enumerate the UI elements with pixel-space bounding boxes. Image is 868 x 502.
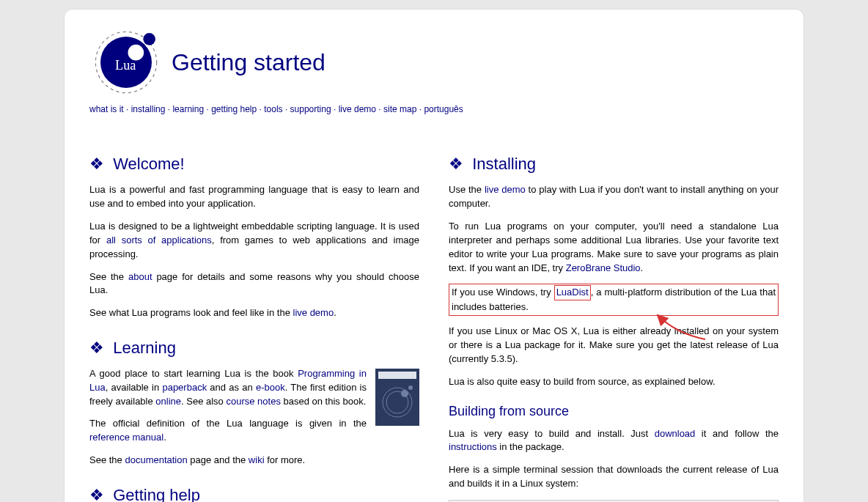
right-column: Installing Use the live demo to play wit… xyxy=(449,136,779,502)
learning-p3: See the documentation page and the wiki … xyxy=(89,454,419,468)
page-title: Getting started xyxy=(172,45,326,79)
left-column: Welcome! Lua is a powerful and fast prog… xyxy=(89,136,419,502)
svg-point-9 xyxy=(401,390,408,397)
wiki-link[interactable]: wiki xyxy=(249,454,265,465)
ebook-link[interactable]: e-book xyxy=(256,382,285,393)
installing-heading: Installing xyxy=(449,152,779,176)
zerobrane-link[interactable]: ZeroBrane Studio xyxy=(566,262,641,273)
luadist-callout: If you use Windows, try LuaDist, a multi… xyxy=(449,284,779,316)
book-cover-icon[interactable] xyxy=(375,369,419,426)
course-notes-link[interactable]: course notes xyxy=(226,396,280,407)
installing-p4: If you use Linux or Mac OS X, Lua is eit… xyxy=(449,325,779,366)
help-heading: Getting help xyxy=(89,484,419,502)
live-demo-link[interactable]: live demo xyxy=(293,307,334,318)
installing-p5: Lua is also quite easy to build from sou… xyxy=(449,375,779,389)
svg-rect-6 xyxy=(378,372,416,379)
nav-learning[interactable]: learning xyxy=(172,104,204,114)
welcome-p3: See the about page for details and some … xyxy=(89,270,419,298)
online-link[interactable]: online xyxy=(155,396,181,407)
nav-installing[interactable]: installing xyxy=(131,104,166,114)
live-demo-link-2[interactable]: live demo xyxy=(485,184,526,195)
learning-p1: A good place to start learning Lua is th… xyxy=(89,367,419,409)
paperback-link[interactable]: paperback xyxy=(162,382,207,393)
svg-text:Lua: Lua xyxy=(115,58,136,73)
nav-supporting[interactable]: supporting xyxy=(290,104,331,114)
instructions-link[interactable]: instructions xyxy=(449,441,497,452)
nav-live-demo[interactable]: live demo xyxy=(339,104,376,114)
nav-site-map[interactable]: site map xyxy=(383,104,416,114)
svg-point-3 xyxy=(143,33,155,45)
welcome-p4: See what Lua programs look and feel like… xyxy=(89,306,419,320)
all-apps-link[interactable]: all sorts of applications xyxy=(106,235,212,246)
learning-heading: Learning xyxy=(89,336,419,360)
nav-getting-help[interactable]: getting help xyxy=(211,104,257,114)
installing-p2: To run Lua programs on your computer, yo… xyxy=(449,220,779,275)
page-header: Lua Getting started xyxy=(89,26,779,99)
nav-portugues[interactable]: português xyxy=(424,104,463,114)
build-heading: Building from source xyxy=(449,402,779,421)
installing-p1: Use the live demo to play with Lua if yo… xyxy=(449,183,779,211)
page-container: Lua Getting started what is it · install… xyxy=(64,9,804,502)
svg-point-10 xyxy=(408,385,413,390)
build-p2: Here is a simple terminal session that d… xyxy=(449,463,779,491)
top-nav: what is it · installing · learning · get… xyxy=(89,103,779,116)
documentation-link[interactable]: documentation xyxy=(125,454,187,465)
lua-logo-icon: Lua xyxy=(89,26,163,99)
nav-what-is-it[interactable]: what is it xyxy=(89,104,124,114)
about-link[interactable]: about xyxy=(128,271,152,282)
welcome-p2: Lua is designed to be a lightweight embe… xyxy=(89,220,419,262)
download-link[interactable]: download xyxy=(655,428,696,439)
refman-link[interactable]: reference manual xyxy=(89,432,163,443)
welcome-heading: Welcome! xyxy=(89,152,419,176)
build-p1: Lua is very easy to build and install. J… xyxy=(449,427,779,455)
learning-p2: The official definition of the Lua langu… xyxy=(89,417,419,445)
content-columns: Welcome! Lua is a powerful and fast prog… xyxy=(89,136,779,502)
nav-tools[interactable]: tools xyxy=(264,104,282,114)
welcome-p1: Lua is a powerful and fast programming l… xyxy=(89,183,419,211)
luadist-link[interactable]: LuaDist xyxy=(554,285,591,300)
